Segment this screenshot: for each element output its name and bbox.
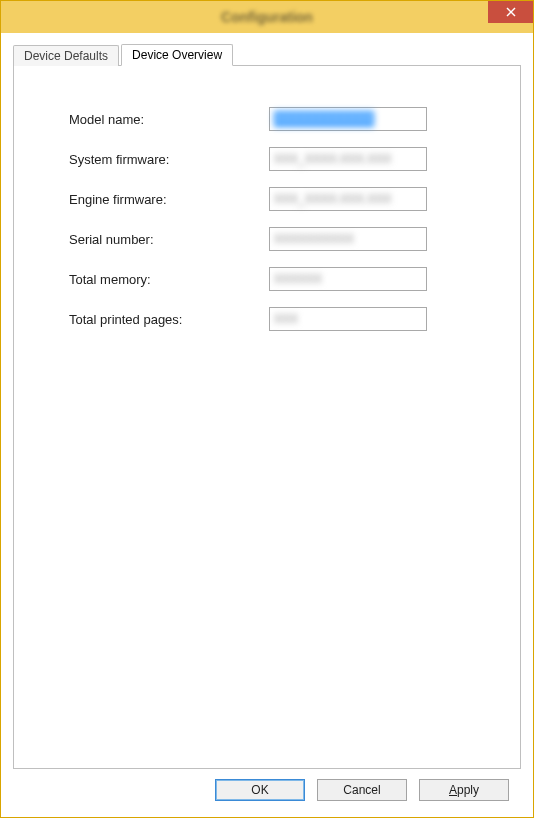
label-system-firmware: System firmware: xyxy=(69,152,269,167)
value-serial-number: XXXXXXXXXX xyxy=(274,232,354,246)
label-model-name: Model name: xyxy=(69,112,269,127)
input-total-memory[interactable]: XXXXXX xyxy=(269,267,427,291)
ok-button[interactable]: OK xyxy=(215,779,305,801)
label-serial-number: Serial number: xyxy=(69,232,269,247)
tab-device-defaults[interactable]: Device Defaults xyxy=(13,45,119,66)
input-total-pages[interactable]: XXX xyxy=(269,307,427,331)
label-total-memory: Total memory: xyxy=(69,272,269,287)
row-model-name: Model name: XXXXXXXXXXXX xyxy=(69,106,490,132)
value-total-memory: XXXXXX xyxy=(274,272,322,286)
cancel-button[interactable]: Cancel xyxy=(317,779,407,801)
input-model-name[interactable]: XXXXXXXXXXXX xyxy=(269,107,427,131)
content-area: Device Defaults Device Overview Model na… xyxy=(1,33,533,817)
row-engine-firmware: Engine firmware: XXX_XXXX.XXX.XXX xyxy=(69,186,490,212)
row-total-memory: Total memory: XXXXXX xyxy=(69,266,490,292)
value-system-firmware: XXX_XXXX.XXX.XXX xyxy=(274,152,391,166)
input-system-firmware[interactable]: XXX_XXXX.XXX.XXX xyxy=(269,147,427,171)
apply-button[interactable]: Apply xyxy=(419,779,509,801)
row-serial-number: Serial number: XXXXXXXXXX xyxy=(69,226,490,252)
row-system-firmware: System firmware: XXX_XXXX.XXX.XXX xyxy=(69,146,490,172)
config-window: Configuration Device Defaults Device Ove… xyxy=(0,0,534,818)
dialog-button-row: OK Cancel Apply xyxy=(13,769,521,805)
apply-post: pply xyxy=(457,783,479,797)
close-button[interactable] xyxy=(488,1,533,23)
label-total-pages: Total printed pages: xyxy=(69,312,269,327)
tab-panel-device-overview: Model name: XXXXXXXXXXXX System firmware… xyxy=(13,65,521,769)
tab-device-overview[interactable]: Device Overview xyxy=(121,44,233,66)
window-title: Configuration xyxy=(221,9,313,25)
apply-accel: A xyxy=(449,783,457,797)
close-icon xyxy=(506,7,516,17)
titlebar: Configuration xyxy=(1,1,533,33)
label-engine-firmware: Engine firmware: xyxy=(69,192,269,207)
input-serial-number[interactable]: XXXXXXXXXX xyxy=(269,227,427,251)
value-total-pages: XXX xyxy=(274,312,298,326)
tabstrip: Device Defaults Device Overview xyxy=(13,43,521,65)
value-engine-firmware: XXX_XXXX.XXX.XXX xyxy=(274,192,391,206)
input-engine-firmware[interactable]: XXX_XXXX.XXX.XXX xyxy=(269,187,427,211)
value-model-name: XXXXXXXXXXXX xyxy=(274,111,374,127)
row-total-pages: Total printed pages: XXX xyxy=(69,306,490,332)
